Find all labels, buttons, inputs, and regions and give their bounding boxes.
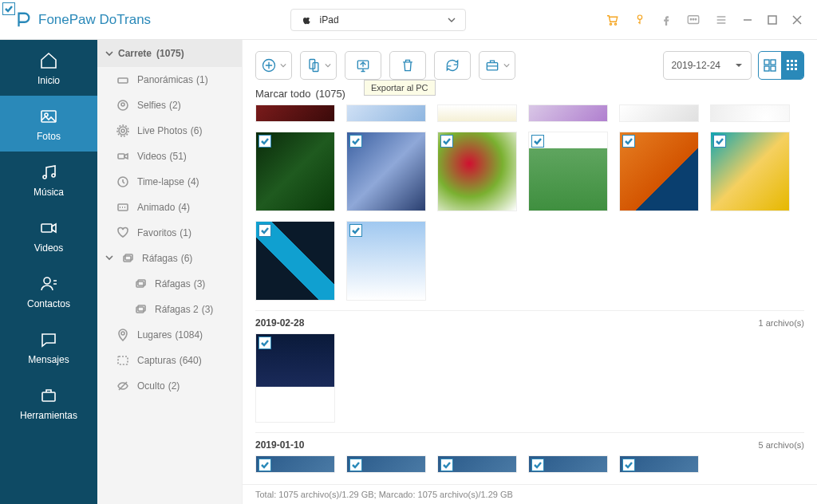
photo-thumb[interactable] — [619, 132, 699, 211]
album-item[interactable]: Lugares(1084) — [97, 322, 242, 348]
album-header[interactable]: Carrete (1075) — [97, 40, 242, 67]
thumb-checkbox[interactable] — [531, 459, 544, 471]
svg-rect-40 — [771, 66, 776, 71]
photo-thumb[interactable] — [528, 455, 608, 473]
svg-rect-41 — [787, 60, 789, 62]
photo-thumb[interactable] — [437, 132, 517, 211]
photo-thumb[interactable] — [346, 221, 426, 301]
date-group-header[interactable]: 2019-02-28 1 archivo(s) — [255, 310, 804, 333]
chevron-down-icon — [105, 49, 113, 57]
photo-thumb[interactable] — [255, 333, 335, 423]
date-group-header[interactable]: 2019-01-10 5 archivo(s) — [255, 432, 804, 455]
sidebar-item-musica[interactable]: Música — [0, 152, 97, 207]
photo-thumb[interactable] — [255, 221, 335, 301]
svg-rect-37 — [764, 60, 769, 65]
album-item[interactable]: Live Photos(6) — [97, 118, 242, 144]
date-filter[interactable]: 2019-12-24 — [663, 51, 752, 80]
select-all-row[interactable]: Marcar todo(1075) — [243, 88, 817, 104]
sidebar-item-contactos[interactable]: Contactos — [0, 263, 97, 319]
svg-point-17 — [121, 103, 124, 106]
album-item[interactable]: Ráfagas(6) — [97, 246, 242, 271]
thumb-checkbox[interactable] — [259, 135, 271, 148]
sidebar-item-mensajes[interactable]: Mensajes — [0, 319, 97, 375]
thumb-checkbox[interactable] — [259, 459, 271, 471]
thumb-checkbox[interactable] — [622, 135, 635, 148]
svg-rect-12 — [41, 224, 52, 232]
album-type-icon — [116, 354, 129, 367]
close-icon[interactable] — [791, 14, 803, 26]
grid-small-view[interactable] — [781, 52, 803, 79]
export-pc-button[interactable] — [345, 51, 381, 80]
feedback-icon[interactable] — [686, 13, 701, 27]
key-icon[interactable] — [633, 14, 646, 26]
photo-thumb[interactable] — [346, 104, 426, 122]
delete-button[interactable] — [389, 51, 426, 80]
photo-thumb[interactable] — [710, 104, 790, 122]
photo-thumb[interactable] — [619, 104, 699, 122]
toolbar: Exportar al PC 2019-12-24 — [243, 40, 817, 88]
album-sidebar: Carrete (1075) Panorámicas(1)Selfies(2)L… — [97, 40, 243, 504]
minimize-icon[interactable] — [742, 14, 753, 26]
album-item[interactable]: Selfies(2) — [97, 93, 242, 118]
album-item[interactable]: Ráfagas(3) — [97, 271, 242, 297]
svg-rect-46 — [795, 64, 797, 66]
album-type-icon — [116, 226, 129, 239]
svg-point-16 — [118, 100, 128, 110]
sidebar-item-herramientas[interactable]: Herramientas — [0, 375, 97, 431]
photo-thumb[interactable] — [528, 104, 608, 122]
sidebar-item-videos[interactable]: Videos — [0, 207, 97, 263]
cart-icon[interactable] — [605, 13, 619, 27]
thumb-checkbox[interactable] — [349, 459, 362, 471]
view-toggle — [758, 51, 804, 80]
album-item[interactable]: Favoritos(1) — [97, 220, 242, 246]
thumb-checkbox[interactable] — [259, 337, 271, 349]
maximize-icon[interactable] — [768, 15, 777, 25]
toolbox-button[interactable] — [479, 51, 515, 80]
menu-icon[interactable] — [715, 14, 728, 26]
album-item[interactable]: Ráfagas 2(3) — [97, 297, 242, 322]
apple-icon — [301, 14, 312, 26]
music-icon — [39, 163, 58, 182]
svg-point-1 — [614, 23, 616, 25]
thumb-checkbox[interactable] — [622, 459, 635, 471]
thumb-checkbox[interactable] — [440, 135, 453, 148]
album-item[interactable]: Oculto(2) — [97, 373, 242, 399]
photo-thumb[interactable] — [619, 455, 699, 473]
photo-thumb[interactable] — [255, 104, 335, 122]
photo-thumb[interactable] — [346, 132, 426, 211]
photo-thumb[interactable] — [710, 132, 790, 211]
window-controls — [605, 13, 803, 27]
app-logo: FonePaw DoTrans — [14, 11, 151, 29]
photo-thumb[interactable] — [437, 104, 517, 122]
thumb-checkbox[interactable] — [349, 224, 362, 237]
photo-thumb[interactable] — [346, 455, 426, 473]
album-item[interactable]: Time-lapse(4) — [97, 169, 242, 195]
main-sidebar: Inicio Fotos Música Videos Contactos Men… — [0, 40, 97, 504]
photo-thumb[interactable] — [437, 455, 517, 473]
sidebar-item-inicio[interactable]: Inicio — [0, 40, 97, 96]
thumb-checkbox[interactable] — [440, 459, 453, 471]
sidebar-item-fotos[interactable]: Fotos — [0, 96, 97, 152]
facebook-icon[interactable] — [661, 14, 672, 26]
album-item[interactable]: Capturas(640) — [97, 348, 242, 373]
svg-point-13 — [44, 278, 50, 284]
photo-thumb[interactable] — [255, 455, 335, 473]
grid-large-view[interactable] — [759, 52, 781, 79]
add-button[interactable] — [255, 51, 292, 80]
photo-grid[interactable]: 2019-02-28 1 archivo(s) 2019-01-10 5 arc… — [243, 104, 817, 484]
thumb-checkbox[interactable] — [259, 224, 271, 237]
photo-thumb[interactable] — [528, 132, 608, 211]
triangle-down-icon — [735, 61, 743, 69]
svg-point-0 — [610, 23, 611, 25]
album-item[interactable]: Panorámicas(1) — [97, 67, 242, 93]
album-type-icon — [134, 303, 147, 316]
thumb-checkbox[interactable] — [531, 135, 544, 148]
album-item[interactable]: Videos(51) — [97, 144, 242, 169]
photo-thumb[interactable] — [255, 132, 335, 211]
thumb-checkbox[interactable] — [349, 135, 362, 148]
thumb-checkbox[interactable] — [713, 135, 726, 148]
album-item[interactable]: Animado(4) — [97, 195, 242, 220]
refresh-button[interactable] — [434, 51, 471, 80]
transfer-device-button[interactable] — [300, 51, 337, 80]
device-selector[interactable]: iPad — [290, 9, 466, 31]
